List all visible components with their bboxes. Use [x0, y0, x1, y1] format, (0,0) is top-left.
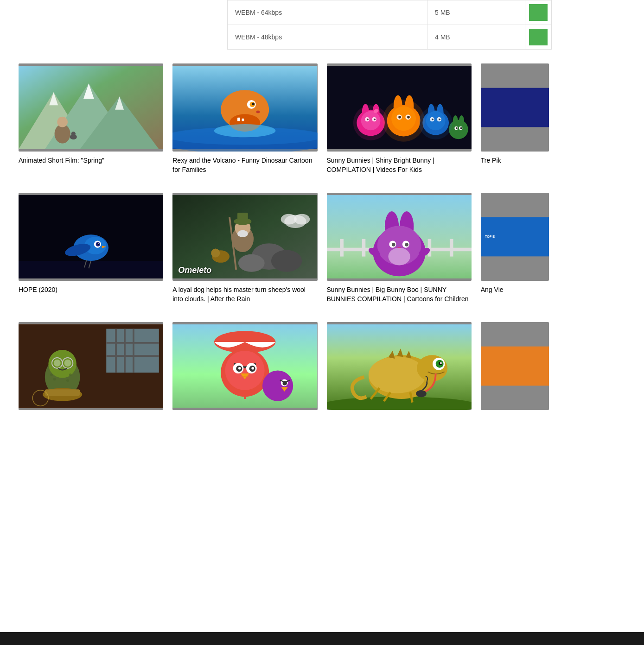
svg-rect-113 [124, 329, 126, 373]
video-grid: Animated Short Film: "Spring" Rexy and t… [0, 63, 644, 410]
thumbnail-chameleon [327, 322, 472, 410]
svg-point-127 [66, 379, 69, 382]
svg-rect-21 [242, 119, 244, 121]
video-card-bunnies[interactable]: Sunny Bunnies | Shiny Bright Bunny | COM… [327, 63, 472, 174]
svg-point-122 [54, 360, 61, 367]
svg-point-124 [50, 373, 53, 376]
video-title-spring: Animated Short Film: "Spring" [19, 156, 163, 165]
svg-point-143 [252, 367, 255, 370]
svg-rect-129 [45, 390, 80, 396]
size-cell: 4 MB [427, 25, 525, 50]
format-cell: WEBM - 64kbps [228, 0, 427, 25]
video-title-rexy: Rexy and the Volcano - Funny Dinosaur Ca… [172, 156, 317, 174]
video-row-0: Animated Short Film: "Spring" Rexy and t… [19, 63, 625, 174]
svg-point-86 [294, 214, 310, 225]
svg-rect-116 [106, 355, 159, 357]
svg-point-51 [459, 115, 464, 127]
svg-rect-89 [340, 239, 344, 257]
svg-point-160 [440, 362, 442, 364]
video-card-spring[interactable]: Animated Short Film: "Spring" [19, 63, 163, 174]
video-title-bunnies: Sunny Bunnies | Shiny Bright Bunny | COM… [327, 156, 472, 174]
table-row: WEBM - 48kbps 4 MB [228, 25, 552, 50]
svg-point-104 [388, 248, 410, 266]
svg-point-74 [271, 250, 302, 272]
download-table: WEBM - 64kbps 5 MB WEBM - 48kbps 4 MB [227, 0, 552, 50]
video-card-crocheted[interactable] [19, 322, 163, 410]
download-button[interactable] [529, 29, 548, 45]
svg-point-142 [238, 367, 241, 370]
svg-point-125 [53, 378, 56, 381]
svg-rect-168 [481, 347, 549, 386]
download-btn-cell[interactable] [525, 0, 552, 25]
svg-rect-111 [106, 329, 159, 373]
svg-rect-81 [237, 213, 248, 222]
thumbnail-angrybirds [172, 322, 317, 410]
video-title-partial2: Ang Vie [481, 285, 549, 295]
size-cell: 5 MB [427, 0, 525, 25]
thumbnail-bigbunny [327, 193, 472, 281]
svg-rect-61 [19, 261, 163, 278]
video-row-2 [19, 322, 625, 410]
thumbnail-partial2: TOP E [481, 193, 549, 281]
svg-rect-20 [237, 118, 240, 121]
svg-point-58 [419, 106, 452, 139]
thumbnail-spring [19, 63, 163, 152]
thumbnail-rexy [172, 63, 317, 152]
download-button[interactable] [529, 4, 548, 21]
video-card-angrybirds[interactable] [172, 322, 317, 410]
video-card-partial2[interactable]: TOP E Ang Vie [481, 193, 549, 304]
video-title-hope: HOPE (2020) [19, 285, 163, 295]
svg-point-22 [214, 124, 275, 137]
svg-point-79 [237, 230, 248, 237]
svg-point-54 [456, 127, 458, 129]
svg-point-155 [368, 357, 425, 393]
svg-point-10 [71, 132, 76, 136]
svg-rect-94 [449, 239, 453, 257]
video-card-chameleon[interactable] [327, 322, 472, 410]
svg-point-8 [57, 117, 68, 127]
video-card-bigbunny[interactable]: Sunny Bunnies | Big Bunny Boo | SUNNY BU… [327, 193, 472, 304]
video-title-bigbunny: Sunny Bunnies | Big Bunny Boo | SUNNY BU… [327, 285, 472, 304]
svg-rect-59 [481, 88, 549, 127]
svg-point-126 [69, 373, 72, 376]
video-card-partial1[interactable]: Tre Pik [481, 63, 549, 174]
svg-point-57 [383, 100, 425, 142]
svg-point-19 [256, 111, 260, 114]
format-cell: WEBM - 48kbps [228, 25, 427, 50]
video-card-partial3[interactable] [481, 322, 549, 410]
svg-rect-93 [427, 239, 431, 257]
video-row-1: HOPE (2020) OmeletoA loyal dog help [19, 193, 625, 304]
thumbnail-hope [19, 193, 163, 281]
svg-point-50 [453, 115, 458, 127]
svg-point-102 [405, 243, 408, 247]
svg-point-83 [211, 249, 220, 258]
svg-rect-115 [106, 342, 159, 344]
svg-point-75 [238, 254, 265, 272]
svg-rect-114 [133, 329, 134, 373]
svg-point-161 [416, 390, 427, 397]
svg-point-101 [392, 243, 395, 247]
svg-point-18 [252, 103, 255, 106]
svg-point-135 [225, 351, 265, 390]
thumbnail-crocheted [19, 322, 163, 410]
bottom-bar [0, 632, 644, 645]
thumbnail-partial1 [481, 63, 549, 152]
svg-rect-112 [115, 329, 117, 373]
video-card-hope[interactable]: HOPE (2020) [19, 193, 163, 304]
video-title-omeleto: A loyal dog helps his master turn sheep'… [172, 285, 317, 304]
svg-point-123 [64, 360, 71, 367]
thumbnail-bunnies [327, 63, 472, 152]
video-card-rexy[interactable]: Rexy and the Volcano - Funny Dinosaur Ca… [172, 63, 317, 174]
video-card-omeleto[interactable]: OmeletoA loyal dog helps his master turn… [172, 193, 317, 304]
svg-point-146 [262, 371, 293, 401]
svg-point-68 [98, 243, 99, 244]
omeleto-label: Omeleto [178, 266, 211, 275]
thumbnail-omeleto: Omeleto [172, 193, 317, 281]
svg-text:TOP E: TOP E [485, 235, 495, 239]
svg-point-55 [460, 127, 462, 129]
table-row: WEBM - 64kbps 5 MB [228, 0, 552, 25]
thumbnail-partial3 [481, 322, 549, 410]
download-btn-cell[interactable] [525, 25, 552, 50]
video-title-partial1: Tre Pik [481, 156, 549, 165]
svg-rect-90 [362, 239, 365, 257]
